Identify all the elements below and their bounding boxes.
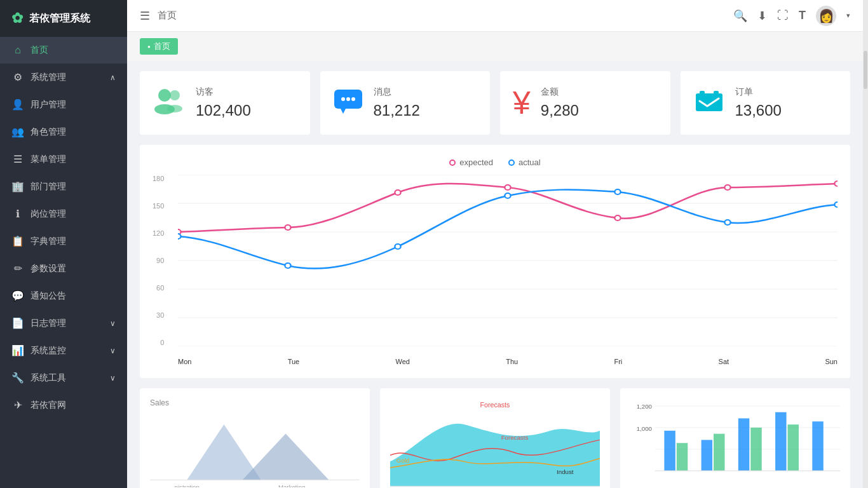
svg-rect-11 — [714, 91, 719, 96]
search-icon[interactable]: 🔍 — [733, 9, 747, 23]
sales-chart-panel: Sales nistration Marketing — [140, 388, 370, 488]
scrollbar[interactable] — [863, 0, 868, 488]
sidebar-item-dept[interactable]: 🏢 部门管理 — [0, 173, 127, 200]
visitors-icon — [153, 86, 186, 119]
sidebar-item-notice[interactable]: 💬 通知公告 — [0, 282, 127, 309]
sidebar-item-label: 字典管理 — [31, 236, 66, 247]
chart-svg — [178, 175, 837, 346]
role-icon: 👥 — [11, 126, 24, 138]
amount-value: 9,280 — [541, 102, 579, 119]
orders-icon — [693, 87, 725, 119]
dept-icon: 🏢 — [11, 180, 24, 193]
bar-chart-panel: 1,200 1,000 — [620, 388, 850, 488]
website-icon: ✈ — [11, 399, 24, 411]
menu-toggle-icon[interactable]: ☰ — [140, 9, 150, 23]
sidebar-item-website[interactable]: ✈ 若依官网 — [0, 391, 127, 419]
sidebar-item-role[interactable]: 👥 角色管理 — [0, 118, 127, 146]
notice-icon: 💬 — [11, 290, 24, 302]
sidebar-item-label: 系统管理 — [31, 72, 66, 83]
svg-rect-57 — [812, 421, 823, 471]
y-label: 180 — [153, 175, 164, 182]
stat-cards: 访客 102,400 消息 81,212 — [140, 71, 850, 135]
x-axis: Mon Tue Wed Thu Fri Sat Sun — [178, 358, 837, 365]
svg-marker-8 — [341, 109, 346, 114]
visitors-value: 102,400 — [196, 102, 251, 119]
content-area: 访客 102,400 消息 81,212 — [127, 61, 863, 488]
y-label: 150 — [153, 202, 164, 210]
topbar-actions: 🔍 ⬇ ⛶ T 👩 ▾ — [733, 6, 850, 26]
y-label: 0 — [160, 339, 164, 346]
expected-dot — [449, 159, 456, 166]
chevron-down-icon: ∨ — [110, 319, 116, 328]
actual-label: actual — [519, 158, 541, 167]
y-label: 30 — [156, 311, 164, 319]
sidebar-item-monitor[interactable]: 📊 系统监控 ∨ — [0, 337, 127, 364]
x-label-thu: Thu — [506, 358, 518, 365]
dict-icon: 📋 — [11, 235, 24, 247]
sidebar-item-log[interactable]: 📄 日志管理 ∨ — [0, 309, 127, 337]
messages-icon — [333, 87, 363, 119]
breadcrumb: 首页 — [140, 38, 178, 55]
sidebar-item-label: 参数设置 — [31, 263, 66, 274]
x-label-tue: Tue — [288, 358, 300, 365]
orders-label: 订单 — [735, 86, 782, 98]
svg-point-31 — [724, 220, 730, 225]
page-title: 首页 — [158, 10, 177, 22]
stat-card-amount: ¥ 金额 9,280 — [500, 71, 670, 135]
x-label-wed: Wed — [396, 358, 410, 365]
gear-icon: ⚙ — [11, 71, 24, 83]
sidebar-item-label: 若依官网 — [31, 400, 66, 411]
avatar-dropdown-icon[interactable]: ▾ — [846, 11, 850, 20]
svg-point-7 — [351, 97, 355, 101]
sidebar-item-label: 部门管理 — [31, 181, 66, 193]
stat-card-visitors: 访客 102,400 — [140, 71, 310, 135]
svg-point-1 — [170, 90, 180, 100]
expected-label: expected — [459, 158, 493, 167]
svg-rect-49 — [664, 431, 675, 471]
svg-point-26 — [178, 234, 181, 239]
svg-point-29 — [505, 193, 510, 198]
svg-text:1,200: 1,200 — [637, 403, 653, 410]
x-label-sat: Sat — [719, 358, 729, 365]
svg-marker-33 — [187, 424, 261, 480]
logo-text: 若依管理系统 — [29, 12, 90, 25]
svg-point-27 — [285, 263, 290, 268]
sidebar-item-param[interactable]: ✏ 参数设置 — [0, 255, 127, 282]
chart-legend: expected actual — [153, 158, 837, 167]
line-chart-panel: expected actual 180 150 120 90 60 30 0 — [140, 145, 850, 378]
svg-text:Marketing: Marketing — [278, 484, 306, 487]
param-icon: ✏ — [11, 262, 24, 274]
monitor-icon: 📊 — [11, 344, 24, 356]
y-label: 60 — [156, 284, 164, 292]
sidebar-item-dict[interactable]: 📋 字典管理 — [0, 227, 127, 255]
stat-card-orders: 订单 13,600 — [681, 71, 851, 135]
sidebar-item-label: 用户管理 — [31, 99, 66, 111]
visitors-info: 访客 102,400 — [196, 86, 251, 119]
font-icon[interactable]: T — [799, 9, 806, 22]
x-label-mon: Mon — [178, 358, 191, 365]
sidebar-nav: ⌂ 首页 ⚙ 系统管理 ∧ 👤 用户管理 👥 角色管理 ☰ 菜单管理 🏢 部门管… — [0, 37, 127, 488]
svg-point-5 — [341, 97, 345, 101]
svg-rect-52 — [714, 434, 724, 471]
legend-expected: expected — [449, 158, 493, 167]
svg-point-0 — [158, 89, 171, 102]
chevron-up-icon: ∧ — [110, 73, 116, 82]
x-label-fri: Fri — [614, 358, 622, 365]
fullscreen-icon[interactable]: ⛶ — [777, 9, 789, 22]
sidebar-logo: ✿ 若依管理系统 — [0, 0, 127, 37]
sidebar-item-system[interactable]: ⚙ 系统管理 ∧ — [0, 64, 127, 91]
scroll-thumb[interactable] — [864, 51, 867, 89]
avatar[interactable]: 👩 — [816, 6, 836, 26]
svg-point-30 — [614, 189, 620, 194]
sidebar-item-tools[interactable]: 🔧 系统工具 ∨ — [0, 364, 127, 391]
sidebar-item-post[interactable]: ℹ 岗位管理 — [0, 200, 127, 227]
sidebar-item-user[interactable]: 👤 用户管理 — [0, 91, 127, 118]
sidebar-item-home[interactable]: ⌂ 首页 — [0, 37, 127, 64]
sidebar-item-menu[interactable]: ☰ 菜单管理 — [0, 146, 127, 173]
download-icon[interactable]: ⬇ — [757, 9, 767, 23]
orders-value: 13,600 — [735, 102, 782, 119]
svg-marker-34 — [243, 433, 329, 480]
x-label-sun: Sun — [825, 358, 837, 365]
svg-text:Forecasts: Forecasts — [480, 401, 510, 409]
amount-info: 金额 9,280 — [541, 86, 579, 119]
